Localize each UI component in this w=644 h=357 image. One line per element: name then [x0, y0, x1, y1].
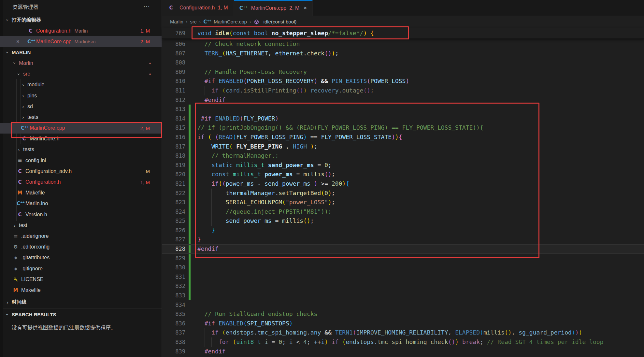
code-line-810[interactable]: 810 #if ENABLED(POWER_LOSS_RECOVERY) && …	[162, 77, 644, 86]
line-number: 837	[162, 328, 185, 337]
code-line-825[interactable]: 825 send_power_ms = millis();	[162, 216, 644, 226]
code-line-819[interactable]: 819 static millis_t send_power_ms = 0;	[162, 161, 644, 170]
code-line-813[interactable]: 813	[162, 105, 644, 114]
line-number: 809	[162, 67, 185, 77]
close-icon[interactable]: ×	[304, 5, 307, 11]
list-file-icon: ≡	[12, 233, 19, 239]
code-line-827[interactable]: 827}	[162, 235, 644, 244]
tree-file-makefile[interactable]: MMakefile	[0, 285, 162, 295]
chevron-down-icon: ›	[5, 18, 10, 22]
explorer-title: 资源管理器	[12, 4, 38, 11]
cpp-file-icon: C++	[203, 19, 210, 25]
code-line-826[interactable]: 826 }	[162, 226, 644, 235]
tab-configuration-h[interactable]: CConfiguration.h1, M	[162, 0, 234, 16]
code-text	[185, 300, 197, 310]
breadcrumb-item[interactable]: src	[190, 19, 197, 24]
folder-name: sd	[27, 104, 33, 109]
open-editor-item[interactable]: CConfiguration.hMarlin1, M	[0, 25, 162, 36]
code-line-823[interactable]: 823 SERIAL_ECHOLNPGM("power_LOSS");	[162, 198, 644, 207]
tree-folder-test[interactable]: ›test	[0, 220, 162, 231]
code-text: if (endstops.tmc_spi_homing.any && TERN1…	[185, 328, 582, 337]
tree-file-marlin.ino[interactable]: C++Marlin.ino	[0, 198, 162, 209]
tree-file-makefile[interactable]: MMakefile	[0, 188, 162, 198]
tree-file-gitattributes[interactable]: ◆.gitattributes	[0, 252, 162, 263]
tree-folder-pins[interactable]: ›pins	[0, 90, 162, 101]
breadcrumb-separator: ›	[250, 19, 251, 24]
breadcrumb-item[interactable]: idle(const bool)	[254, 19, 297, 25]
tree-file-editorconfig[interactable]: ⚙.editorconfig	[0, 242, 162, 252]
tree-file-config.ini[interactable]: ≡config.ini	[0, 155, 162, 166]
breadcrumb-item[interactable]: Marlin	[170, 19, 183, 24]
code-line-828[interactable]: 828#endif	[162, 244, 644, 254]
tree-file-license[interactable]: LICENSE	[0, 274, 162, 285]
code-line-817[interactable]: 817 WRITE( FLY_BEEP_PING , HIGH );	[162, 142, 644, 151]
code-line-835[interactable]: 835 // Run StallGuard endstop checks	[162, 309, 644, 319]
tree-file-gitignore[interactable]: ◆.gitignore	[0, 263, 162, 274]
c-header-file-icon: C	[168, 5, 174, 11]
code-line-833[interactable]: 833	[162, 291, 644, 300]
code-line-818[interactable]: 818 // thermalManager.;	[162, 151, 644, 161]
tree-file-configuration_adv.h[interactable]: CConfiguration_adv.hM	[0, 166, 162, 177]
folder-name: pins	[27, 93, 37, 99]
tree-folder-sd[interactable]: ›sd	[0, 101, 162, 112]
code-line-807[interactable]: 807 TERN_(HAS_ETHERNET, ethernet.check()…	[162, 49, 644, 58]
tree-file-marlincore.h[interactable]: CMarlinCore.h	[0, 134, 162, 144]
tree-file-marlincore.cpp[interactable]: C++MarlinCore.cpp2, M	[0, 123, 162, 134]
code-line-812[interactable]: 812 #endif	[162, 95, 644, 105]
code-line-814[interactable]: 814 #if ENABLED(FLY_POWER)	[162, 114, 644, 123]
chevron-down-icon: ›	[16, 72, 22, 76]
code-line-806[interactable]: 806 // Check network connection	[162, 39, 644, 49]
tree-file-configuration.h[interactable]: CConfiguration.h1, M	[0, 177, 162, 187]
tree-folder-src[interactable]: ›src●	[0, 69, 162, 79]
tab-label: Configuration.h	[179, 5, 215, 11]
project-section-header[interactable]: › MARLIN	[0, 47, 162, 58]
open-editors-section-header[interactable]: › 打开的编辑器	[0, 14, 162, 25]
chevron-right-icon: ›	[5, 299, 10, 305]
code-line-808[interactable]: 808	[162, 58, 644, 67]
close-icon[interactable]: ×	[0, 38, 27, 45]
open-editors-list: CConfiguration.hMarlin1, M×C++MarlinCore…	[0, 25, 162, 47]
code-line-836[interactable]: 836 #if ENABLED(SPI_ENDSTOPS)	[162, 319, 644, 328]
breadcrumb-item[interactable]: C++MarlinCore.cpp	[203, 19, 247, 25]
tree-folder-module[interactable]: ›module	[0, 79, 162, 90]
code-line-815[interactable]: 815// if (printJobOngoing() && (READ(FLY…	[162, 123, 644, 133]
file-name: Marlin.ino	[25, 201, 48, 207]
open-editor-item[interactable]: ×C++MarlinCore.cppMarlin\src2, M	[0, 36, 162, 47]
code-line-834[interactable]: 834	[162, 300, 644, 310]
code-line-816[interactable]: 816if ( (READ(FLY_POWER_LOSS_PING) == FL…	[162, 133, 644, 142]
search-results-section-header[interactable]: › SEARCH RESULTS	[0, 308, 162, 321]
code-line-809[interactable]: 809 // Handle Power-Loss Recovery	[162, 67, 644, 77]
code-line-829[interactable]: 829	[162, 254, 644, 263]
tree-folder-tests[interactable]: ›tests	[0, 144, 162, 155]
timeline-section-header[interactable]: › 时间线	[0, 296, 162, 308]
tree-folder-tests[interactable]: ›tests	[0, 112, 162, 122]
line-number: 830	[162, 263, 185, 272]
code-line-830[interactable]: 830	[162, 263, 644, 272]
code-text: // Handle Power-Loss Recovery	[185, 67, 307, 77]
code-line-831[interactable]: 831	[162, 272, 644, 282]
git-file-icon: ◆	[12, 255, 19, 260]
sticky-scroll-line[interactable]: 769void idle(const bool no_stepper_sleep…	[162, 28, 644, 39]
line-number: 827	[162, 235, 185, 244]
code-line-822[interactable]: 822 thermalManager.setTargetBed(0);	[162, 189, 644, 198]
tab-marlincore-cpp[interactable]: C++MarlinCore.cpp2, M×	[234, 0, 313, 16]
diff-added-marker	[189, 133, 191, 142]
code-line-820[interactable]: 820 const millis_t power_ms = millis();	[162, 170, 644, 179]
code-text	[185, 58, 197, 67]
code-line-832[interactable]: 832	[162, 281, 644, 291]
diff-added-marker	[189, 123, 191, 133]
code-line-837[interactable]: 837 if (endstops.tmc_spi_homing.any && T…	[162, 328, 644, 337]
code-line-838[interactable]: 838 for (uint8_t i = 0; i < 4; ++i) if (…	[162, 337, 644, 347]
code-line-839[interactable]: 839 #endif	[162, 347, 644, 356]
code-line-811[interactable]: 811 if (card.isStillPrinting()) recovery…	[162, 86, 644, 95]
tree-file-aiderignore[interactable]: ≡.aiderignore	[0, 231, 162, 241]
indent-guide	[201, 179, 201, 189]
explorer-header: 资源管理器 ⋯	[0, 0, 162, 14]
file-tree: ›Marlin●›src●›module›pins›sd›testsC++Mar…	[0, 58, 162, 295]
more-actions-icon[interactable]: ⋯	[143, 3, 150, 10]
code-line-821[interactable]: 821 if((power_ms - send_power_ms ) >= 20…	[162, 179, 644, 189]
code-line-824[interactable]: 824 //queue.inject_P(PSTR("M81"));	[162, 207, 644, 217]
diff-added-marker	[189, 179, 191, 189]
tree-file-version.h[interactable]: CVersion.h	[0, 209, 162, 220]
tree-folder-marlin[interactable]: ›Marlin●	[0, 58, 162, 68]
